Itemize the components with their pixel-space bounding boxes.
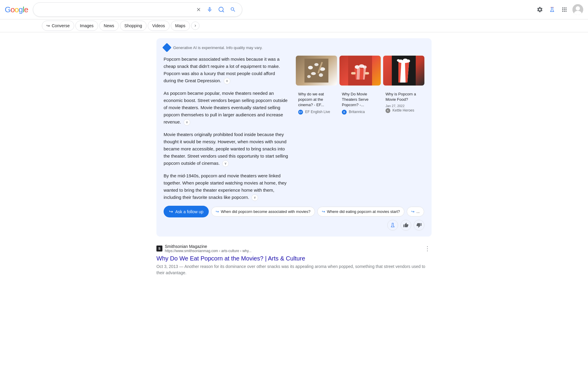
tab-news[interactable]: News	[99, 21, 119, 31]
tabs-more-button[interactable]	[191, 22, 199, 30]
followup-bar: ↪ Ask a follow up ↪ When did popcorn bec…	[164, 206, 424, 231]
tab-converse[interactable]: ↪ Converse	[42, 21, 74, 31]
followup-text-2: Where did eating popcorn at movies start…	[327, 209, 400, 214]
voice-search-button[interactable]	[205, 5, 214, 14]
tab-maps[interactable]: Maps	[171, 21, 190, 31]
svg-point-17	[355, 65, 359, 69]
source-card-1[interactable]: Why do we eat popcorn at the cinema? - E…	[296, 89, 337, 117]
followup-suggestion-2[interactable]: ↪ Where did eating popcorn at movies sta…	[317, 207, 404, 217]
ai-answer-box: Generative AI is experimental. Info qual…	[156, 38, 432, 237]
ai-header: Generative AI is experimental. Info qual…	[164, 44, 424, 51]
source-cards: Why do we eat popcorn at the cinema? - E…	[296, 89, 424, 117]
svg-point-10	[307, 75, 311, 78]
svg-point-8	[311, 72, 316, 75]
clear-button[interactable]	[195, 6, 202, 13]
tab-videos-label: Videos	[152, 23, 165, 28]
google-logo: Google	[5, 5, 28, 14]
ask-followup-label: Ask a follow up	[175, 209, 203, 214]
logo-letter-o1: o	[10, 5, 14, 14]
search-button[interactable]	[229, 5, 237, 14]
svg-point-29	[406, 60, 410, 63]
source-meta-1: EF EF English Live	[298, 110, 335, 115]
main-content: Generative AI is experimental. Info qual…	[115, 32, 473, 290]
source-name-3: Kettle Heroes	[392, 109, 414, 113]
source-date-3: Jan 27, 2022	[386, 104, 422, 108]
ai-diamond-icon	[162, 43, 171, 52]
followup-arrow-2: ↪	[322, 209, 325, 214]
ai-paragraph-4: By the mid-1940s, popcorn and movie thea…	[164, 172, 289, 201]
result-snippet: Oct 3, 2013 — Another reason for its dom…	[156, 263, 432, 276]
header-right	[535, 4, 583, 15]
ask-followup-button[interactable]: ↪ Ask a follow up	[164, 206, 209, 217]
ai-paragraph-2: As popcorn became popular, movie theater…	[164, 90, 289, 126]
tabs-bar: ↪ Converse Images News Shopping Videos M…	[0, 19, 588, 32]
search-bar: why is popcorn associated with movies	[33, 2, 242, 17]
ai-paragraph-1: Popcorn became associated with movies be…	[164, 56, 289, 84]
result-source-url: https://www.smithsonianmag.com › arts-cu…	[165, 249, 252, 253]
svg-marker-15	[357, 68, 360, 80]
apps-button[interactable]	[560, 5, 569, 14]
image-placeholder-2	[339, 56, 381, 86]
followup-arrow-1: ↪	[216, 209, 219, 214]
result-favicon: S	[156, 246, 162, 252]
expand-button-1[interactable]: ∨	[224, 78, 230, 84]
image-card-3[interactable]	[383, 56, 424, 86]
tab-videos[interactable]: Videos	[148, 21, 170, 31]
svg-point-19	[362, 65, 367, 68]
result-source-row: S Smithsonian Magazine https://www.smith…	[156, 244, 432, 253]
expand-button-3[interactable]: ∨	[222, 160, 229, 167]
source-favicon-3: K	[386, 108, 390, 113]
followup-more-arrow: ↪	[411, 209, 415, 214]
table-row: S Smithsonian Magazine https://www.smith…	[156, 244, 432, 276]
followup-actions	[387, 220, 424, 231]
source-favicon-2: B	[342, 110, 347, 115]
source-card-2[interactable]: Why Do Movie Theaters Serve Popcorn? -..…	[339, 89, 381, 117]
converse-icon: ↪	[46, 23, 50, 28]
labs-feedback-button[interactable]	[387, 220, 398, 231]
followup-more-dots: ...	[416, 209, 420, 214]
source-title-1: Why do we eat popcorn at the cinema? - E…	[298, 92, 335, 108]
ai-paragraph-3: Movie theaters originally prohibited foo…	[164, 131, 289, 167]
thumbs-down-button[interactable]	[414, 220, 424, 231]
lens-search-button[interactable]	[217, 5, 226, 14]
svg-point-2	[576, 6, 580, 10]
ai-images-section: Why do we eat popcorn at the cinema? - E…	[296, 56, 424, 201]
result-source-info: Smithsonian Magazine https://www.smithso…	[165, 244, 252, 253]
followup-more-button[interactable]: ↪ ...	[407, 207, 424, 217]
svg-point-30	[397, 59, 400, 62]
logo-letter-g2: g	[19, 5, 22, 14]
settings-button[interactable]	[535, 5, 544, 14]
result-menu-button[interactable]: ⋮	[423, 244, 432, 253]
image-cards	[296, 56, 424, 86]
header: Google why is popcorn associated with mo…	[0, 0, 588, 19]
search-input[interactable]: why is popcorn associated with movies	[38, 7, 192, 12]
svg-rect-4	[304, 59, 328, 83]
thumbs-up-button[interactable]	[400, 220, 411, 231]
avatar[interactable]	[572, 4, 583, 15]
image-card-1[interactable]	[296, 56, 337, 86]
expand-button-4[interactable]: ∨	[252, 194, 258, 201]
followup-suggestion-1[interactable]: ↪ When did popcorn become associated wit…	[211, 207, 315, 217]
svg-rect-21	[365, 72, 369, 74]
search-icons	[195, 5, 237, 14]
svg-rect-20	[351, 72, 356, 74]
image-card-2[interactable]	[339, 56, 381, 86]
svg-point-9	[319, 73, 323, 77]
result-source-name: Smithsonian Magazine	[165, 244, 252, 249]
source-card-3[interactable]: Why is Popcorn a Movie Food? Jan 27, 202…	[383, 89, 424, 117]
tab-news-label: News	[104, 23, 114, 28]
source-title-3: Why is Popcorn a Movie Food?	[386, 92, 422, 102]
tab-maps-label: Maps	[175, 23, 185, 28]
ai-text-section: Popcorn became associated with movies be…	[164, 56, 289, 201]
tab-images[interactable]: Images	[75, 21, 98, 31]
tab-images-label: Images	[80, 23, 94, 28]
source-name-1: EF English Live	[305, 110, 330, 114]
result-title[interactable]: Why Do We Eat Popcorn at the Movies? | A…	[156, 254, 432, 262]
tab-shopping[interactable]: Shopping	[120, 21, 147, 31]
source-name-2: Britannica	[349, 110, 365, 114]
ai-badge-text: Generative AI is experimental. Info qual…	[173, 45, 263, 50]
followup-icon: ↪	[169, 209, 173, 214]
expand-button-2[interactable]: ∨	[184, 119, 190, 126]
logo-letter-o2: o	[15, 5, 19, 14]
labs-button[interactable]	[548, 5, 556, 14]
